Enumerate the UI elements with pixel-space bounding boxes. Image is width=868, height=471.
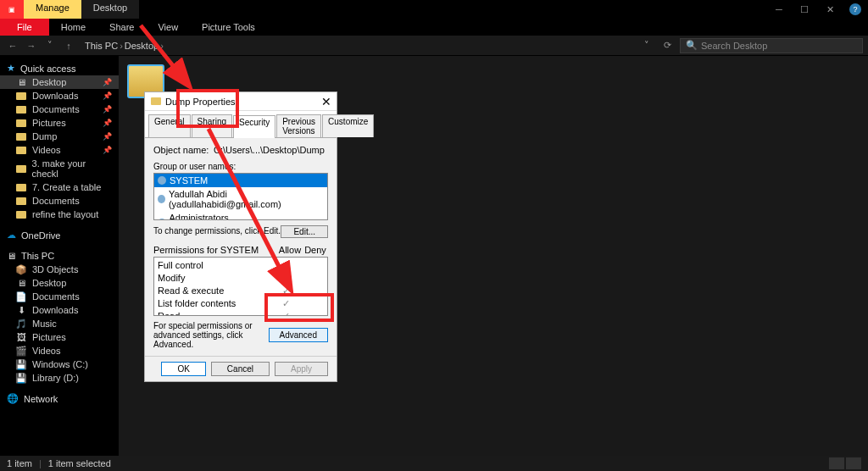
selection-count: 1 item selected (48, 458, 111, 468)
maximize-button[interactable]: ☐ (792, 0, 817, 19)
user-icon (158, 219, 166, 220)
file-tab[interactable]: File (0, 19, 49, 36)
help-button[interactable]: ? (843, 0, 868, 19)
pin-icon: 📌 (103, 91, 112, 100)
sidebar-item-music[interactable]: 🎵Music (0, 317, 119, 330)
sidebar-item-pictures[interactable]: Pictures📌 (0, 116, 119, 130)
dialog-tabs: General Sharing Security Previous Versio… (145, 111, 337, 138)
this-pc-header[interactable]: 🖥This PC (0, 249, 119, 263)
sidebar-item-c-drive[interactable]: 💾Windows (C:) (0, 357, 119, 371)
tab-previous-versions[interactable]: Previous Versions (276, 114, 321, 137)
permissions-header: Permissions for SYSTEM Allow Deny (153, 245, 328, 255)
pin-icon: 📌 (103, 119, 112, 127)
titlebar: ▣ Manage Desktop ─ ☐ ✕ ? (0, 0, 868, 19)
breadcrumb[interactable]: This PC › Desktop › (80, 41, 636, 51)
view-tab[interactable]: View (146, 19, 190, 36)
user-row[interactable]: Administrators (ELLIOT\Administrators) (154, 211, 327, 220)
sidebar-item-folder[interactable]: 7. Create a table (0, 180, 119, 194)
sidebar-item-documents[interactable]: 📄Documents (0, 290, 119, 303)
dialog-close-button[interactable]: ✕ (321, 95, 331, 108)
quick-access-header[interactable]: ★ Quick access (0, 61, 119, 75)
tab-security[interactable]: Security (233, 115, 275, 138)
main-area: ★ Quick access 🖥Desktop📌 Downloads📌 Docu… (0, 56, 868, 456)
search-placeholder: Search Desktop (701, 41, 767, 51)
picture-tools-tab[interactable]: Picture Tools (190, 19, 267, 36)
sidebar-item-dump[interactable]: Dump📌 (0, 130, 119, 143)
advanced-button[interactable]: Advanced (269, 328, 328, 342)
nav-sidebar: ★ Quick access 🖥Desktop📌 Downloads📌 Docu… (0, 56, 119, 456)
permission-row: Modify✓ (158, 272, 324, 285)
forward-button[interactable]: → (24, 38, 39, 53)
dialog-body: Object name: C:\Users\...\Desktop\Dump G… (145, 138, 337, 356)
apply-button[interactable]: Apply (275, 362, 328, 376)
advanced-text: For special permissions or advanced sett… (153, 321, 269, 349)
sidebar-item-downloads[interactable]: ⬇Downloads (0, 303, 119, 317)
permission-row: Full control✓ (158, 259, 324, 272)
user-icon (158, 176, 166, 185)
dialog-title[interactable]: Dump Properties ✕ (145, 92, 337, 111)
ribbon: File Home Share View Picture Tools (0, 19, 868, 36)
sidebar-item-videos[interactable]: 🎬Videos (0, 344, 119, 357)
app-icon: ▣ (0, 0, 24, 19)
title-tabs: Manage Desktop (24, 0, 139, 19)
user-icon (158, 195, 165, 203)
sidebar-item-folder[interactable]: Documents (0, 194, 119, 208)
tab-general[interactable]: General (148, 114, 191, 137)
sidebar-item-pictures[interactable]: 🖼Pictures (0, 330, 119, 344)
ok-button[interactable]: OK (161, 362, 205, 376)
change-permissions-text: To change permissions, click Edit. (153, 226, 281, 236)
sidebar-item-d-drive[interactable]: 💾Library (D:) (0, 371, 119, 385)
search-icon: 🔍 (686, 40, 698, 51)
permissions-list[interactable]: Full control✓ Modify✓ Read & execute✓ Li… (153, 257, 328, 316)
tab-customize[interactable]: Customize (322, 114, 374, 137)
sidebar-item-desktop[interactable]: 🖥Desktop (0, 276, 119, 290)
user-list[interactable]: SYSTEM Yadullah Abidi (yadullahabidi@gma… (153, 173, 328, 220)
edit-button[interactable]: Edit... (281, 225, 328, 238)
dialog-footer: OK Cancel Apply (145, 356, 337, 381)
object-name-label: Object name: C:\Users\...\Desktop\Dump (153, 145, 328, 155)
addressbar: ← → ˅ ↑ This PC › Desktop › ˅ ⟳ 🔍 Search… (0, 36, 868, 56)
back-button[interactable]: ← (5, 38, 20, 53)
refresh-button[interactable]: ⟳ (658, 38, 676, 53)
permission-row: Read✓ (158, 310, 324, 316)
home-tab[interactable]: Home (49, 19, 97, 36)
user-row-system[interactable]: SYSTEM (154, 174, 327, 187)
minimize-button[interactable]: ─ (766, 0, 792, 19)
permission-row: List folder contents✓ (158, 297, 324, 310)
title-location: Desktop (81, 0, 139, 19)
pin-icon: 📌 (103, 132, 112, 141)
onedrive-header[interactable]: ☁OneDrive (0, 228, 119, 242)
details-view-button[interactable] (829, 457, 844, 469)
pin-icon: 📌 (103, 78, 112, 86)
search-input[interactable]: 🔍 Search Desktop (680, 38, 863, 53)
icons-view-button[interactable] (846, 457, 861, 469)
sidebar-item-downloads[interactable]: Downloads📌 (0, 89, 119, 103)
manage-context-tab[interactable]: Manage (24, 0, 81, 19)
sidebar-item-folder[interactable]: 3. make your checkl (0, 157, 119, 180)
group-users-label: Group or user names: (153, 162, 328, 171)
sidebar-item-documents[interactable]: Documents📌 (0, 103, 119, 116)
statusbar: 1 item | 1 item selected (0, 456, 868, 471)
share-tab[interactable]: Share (97, 19, 146, 36)
tab-sharing[interactable]: Sharing (192, 114, 232, 137)
sidebar-item-videos[interactable]: Videos📌 (0, 143, 119, 157)
recent-dropdown[interactable]: ˅ (42, 38, 58, 53)
window-controls: ─ ☐ ✕ ? (766, 0, 868, 19)
pin-icon: 📌 (103, 105, 112, 114)
properties-dialog: Dump Properties ✕ General Sharing Securi… (144, 91, 337, 382)
chevron-right-icon: › (120, 41, 123, 51)
crumb-this-pc[interactable]: This PC (85, 41, 118, 51)
sidebar-item-3d-objects[interactable]: 📦3D Objects (0, 263, 119, 276)
sidebar-item-folder[interactable]: refine the layout (0, 208, 119, 221)
item-count: 1 item (7, 458, 32, 468)
address-dropdown[interactable]: ˅ (639, 38, 654, 53)
cancel-button[interactable]: Cancel (211, 362, 270, 376)
sidebar-item-desktop[interactable]: 🖥Desktop📌 (0, 75, 119, 89)
pin-icon: 📌 (103, 146, 112, 154)
permission-row: Read & execute✓ (158, 285, 324, 297)
close-button[interactable]: ✕ (817, 0, 843, 19)
network-header[interactable]: 🌐Network (0, 391, 119, 406)
up-button[interactable]: ↑ (61, 38, 76, 53)
user-row[interactable]: Yadullah Abidi (yadullahabidi@gmail.com) (154, 187, 327, 211)
crumb-desktop[interactable]: Desktop (125, 41, 159, 51)
